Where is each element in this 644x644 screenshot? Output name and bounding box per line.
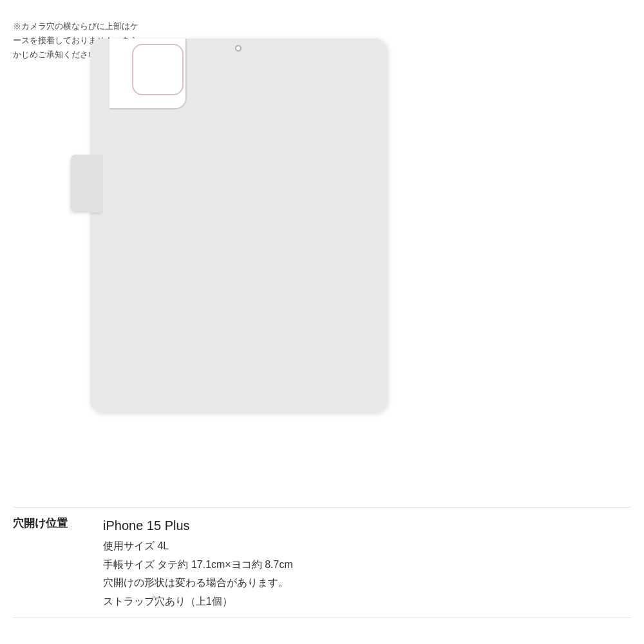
notebook-size: 手帳サイズ タテ約 17.1cm×ヨコ約 8.7cm bbox=[103, 556, 293, 574]
info-section: 穴開け位置 iPhone 15 Plus 使用サイズ 4L 手帳サイズ タテ約 … bbox=[13, 500, 631, 625]
hole-position-details: iPhone 15 Plus 使用サイズ 4L 手帳サイズ タテ約 17.1cm… bbox=[103, 514, 293, 611]
case-body bbox=[90, 39, 386, 412]
shape-note: 穴開けの形状は変わる場合があります。 bbox=[103, 574, 293, 592]
hole-position-label: 穴開け位置 bbox=[13, 514, 90, 534]
strap-hole bbox=[235, 45, 242, 52]
case-illustration bbox=[52, 13, 419, 425]
separator-top bbox=[13, 507, 631, 507]
camera-module bbox=[132, 44, 184, 95]
hole-position-row: 穴開け位置 iPhone 15 Plus 使用サイズ 4L 手帳サイズ タテ約 … bbox=[13, 514, 631, 611]
separator-bottom bbox=[13, 618, 631, 618]
camera-cutout bbox=[109, 39, 187, 109]
page: ※カメラ穴の横ならびに上部はケースを接着しておりません。あらかじめご承知ください… bbox=[0, 0, 644, 644]
size-label: 使用サイズ 4L bbox=[103, 537, 293, 556]
side-tab bbox=[71, 155, 103, 213]
strap-note: ストラップ穴あり（上1個） bbox=[103, 592, 293, 611]
device-name: iPhone 15 Plus bbox=[103, 514, 293, 537]
